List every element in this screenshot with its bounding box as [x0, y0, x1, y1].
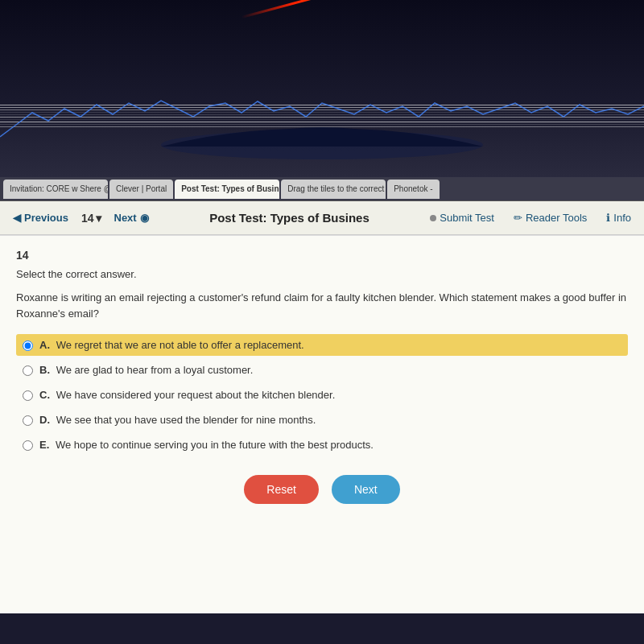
next-icon: ◉ [140, 212, 149, 224]
option-e[interactable]: E. We hope to continue serving you in th… [16, 434, 628, 456]
question-number: 14 [81, 212, 94, 225]
question-number-badge: 14 ▾ [81, 212, 101, 225]
option-c-label: C. We have considered your request about… [39, 389, 335, 401]
option-a-label: A. We regret that we are not able to off… [39, 339, 304, 351]
option-a[interactable]: A. We regret that we are not able to off… [16, 334, 628, 356]
next-nav-label: Next [114, 212, 137, 224]
svg-rect-3 [0, 112, 644, 113]
browser-tabs-bar: Invitation: CORE w Shere @ Thu... Clever… [0, 177, 644, 201]
radio-d[interactable] [23, 415, 33, 426]
page-title: Post Test: Types of Busines [162, 211, 418, 225]
option-b[interactable]: B. We are glad to hear from a loyal cust… [16, 359, 628, 381]
previous-button[interactable]: ◀ Previous [6, 208, 75, 227]
submit-icon [430, 215, 436, 221]
svg-rect-9 [0, 126, 644, 127]
laser-decoration [242, 0, 398, 19]
info-label: Info [613, 212, 631, 224]
next-button[interactable]: Next [332, 475, 400, 504]
tab-phonetok[interactable]: Phonetok - [387, 180, 439, 199]
reader-icon: ✏ [514, 212, 522, 224]
option-d[interactable]: D. We see that you have used the blender… [16, 409, 628, 431]
submit-label: Submit Test [440, 212, 494, 224]
action-buttons: Reset Next [16, 475, 628, 504]
waveform-visualization [0, 97, 644, 161]
radio-e[interactable] [23, 440, 33, 451]
tab-clever[interactable]: Clever | Portal [109, 180, 173, 199]
visualization-area [0, 0, 644, 177]
svg-rect-4 [0, 114, 644, 115]
radio-a[interactable] [23, 341, 33, 351]
instruction-text: Select the correct answer. [16, 268, 628, 280]
submit-test-button[interactable]: Submit Test [423, 208, 501, 227]
chevron-down-icon: ▾ [96, 212, 101, 225]
tab-post-test[interactable]: Post Test: Types of Business C... [175, 180, 279, 199]
main-content: 14 Select the correct answer. Roxanne is… [0, 235, 644, 613]
option-e-label: E. We hope to continue serving you in th… [39, 439, 374, 451]
svg-rect-8 [0, 124, 644, 125]
answer-options-list: A. We regret that we are not able to off… [16, 334, 628, 456]
previous-label: Previous [24, 212, 68, 224]
tab-invitation[interactable]: Invitation: CORE w Shere @ Thu... [3, 180, 108, 199]
svg-rect-5 [0, 117, 644, 118]
reader-tools-button[interactable]: ✏ Reader Tools [507, 208, 593, 227]
question-number-display: 14 [16, 249, 628, 262]
nav-toolbar: ◀ Previous 14 ▾ Next ◉ Post Test: Types … [0, 201, 644, 235]
tab-drag[interactable]: Drag the tiles to the correct b... [281, 180, 386, 199]
svg-rect-2 [0, 109, 644, 110]
svg-rect-6 [0, 119, 644, 120]
option-b-label: B. We are glad to hear from a loyal cust… [39, 364, 253, 376]
radio-b[interactable] [23, 365, 33, 376]
option-d-label: D. We see that you have used the blender… [39, 414, 316, 426]
next-button-nav[interactable]: Next ◉ [108, 208, 155, 227]
reader-label: Reader Tools [526, 212, 587, 224]
info-icon: ℹ [606, 212, 610, 224]
question-body: Roxanne is writing an email rejecting a … [16, 290, 628, 321]
radio-c[interactable] [23, 390, 33, 401]
chevron-left-icon: ◀ [13, 212, 21, 224]
reset-button[interactable]: Reset [244, 475, 319, 504]
option-c[interactable]: C. We have considered your request about… [16, 384, 628, 406]
svg-rect-1 [0, 107, 644, 108]
info-button[interactable]: ℹ Info [600, 208, 638, 227]
svg-rect-7 [0, 122, 644, 122]
